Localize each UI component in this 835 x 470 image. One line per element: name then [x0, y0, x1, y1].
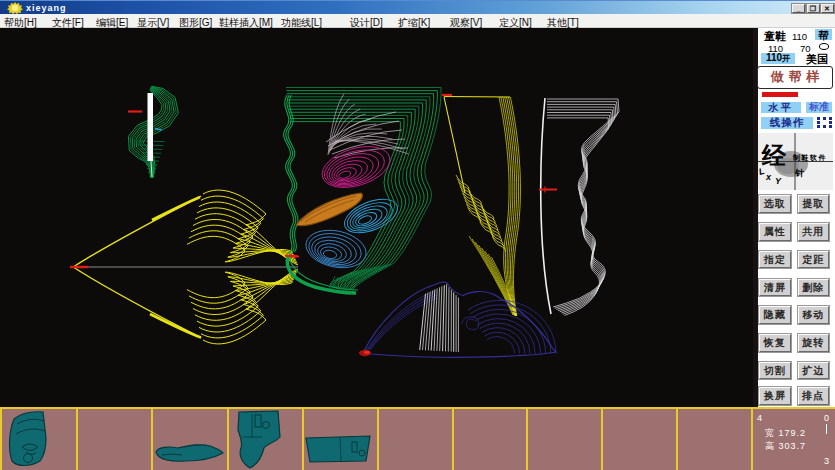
- svg-text:制鞋软件: 制鞋软件: [792, 154, 827, 162]
- svg-text:针: 针: [794, 168, 805, 178]
- svg-text:经: 经: [761, 143, 787, 169]
- svg-text:Y: Y: [775, 176, 782, 186]
- svg-text:x: x: [765, 172, 772, 182]
